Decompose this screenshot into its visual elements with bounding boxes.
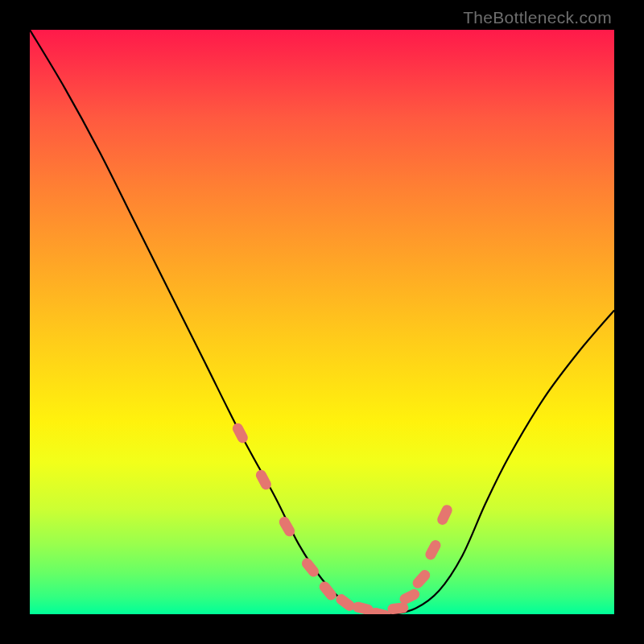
chart-svg xyxy=(30,30,614,614)
marker-group xyxy=(231,421,454,614)
marker-dot xyxy=(436,503,454,526)
watermark-text: TheBottleneck.com xyxy=(463,8,612,27)
marker-dot xyxy=(299,556,320,579)
plot-area xyxy=(30,30,614,614)
marker-dot xyxy=(317,580,338,602)
marker-dot xyxy=(423,539,443,562)
marker-dot xyxy=(231,421,250,444)
marker-dot xyxy=(411,568,432,590)
chart-container: TheBottleneck.com xyxy=(0,0,644,644)
curve-line xyxy=(30,30,614,614)
